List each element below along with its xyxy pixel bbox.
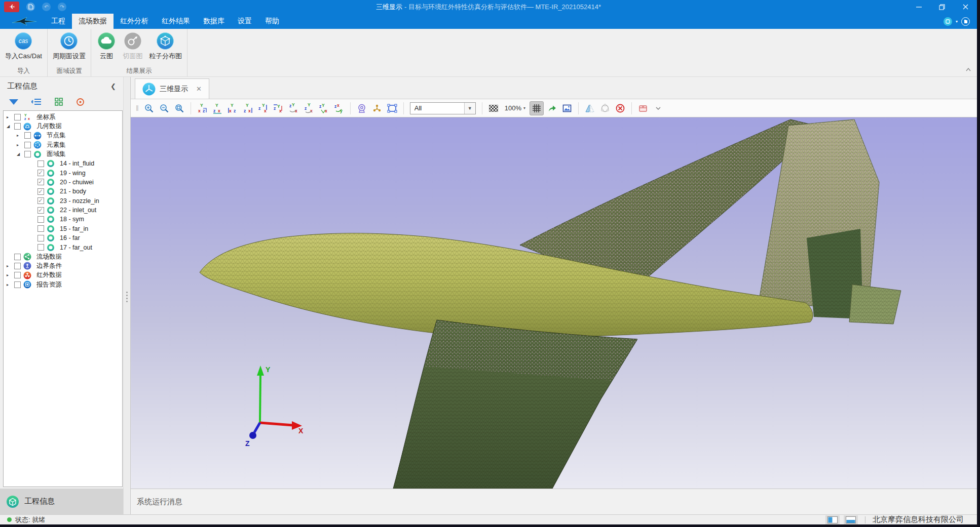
visibility-checkbox[interactable]	[37, 188, 44, 195]
zoom-out-button[interactable]	[157, 101, 171, 115]
tree-item[interactable]: 15 - far_in	[4, 224, 122, 233]
grid-toggle-button[interactable]	[530, 101, 544, 115]
tree-item[interactable]: 19 - wing	[4, 168, 122, 177]
tab-3d-display[interactable]: 三维显示 ✕	[135, 78, 209, 99]
tree-item[interactable]: 23 - nozzle_in	[4, 196, 122, 206]
visibility-checkbox[interactable]	[14, 272, 21, 278]
visibility-checkbox[interactable]	[37, 225, 44, 232]
tree-item[interactable]: ▸边界条件	[4, 261, 122, 270]
visibility-checkbox[interactable]	[37, 207, 44, 214]
view-iso-2-button[interactable]: zxY	[301, 101, 316, 115]
layout-bottom-panel-button[interactable]	[844, 515, 858, 524]
visibility-checkbox[interactable]	[37, 244, 44, 251]
tree-item[interactable]: ▸报告资源	[4, 280, 122, 289]
visibility-checkbox[interactable]	[24, 142, 31, 148]
particle-distribution-button[interactable]: 粒子分布图	[146, 31, 185, 65]
visibility-checkbox[interactable]	[24, 132, 31, 139]
section-dropdown-button[interactable]	[651, 101, 665, 115]
expander-closed-icon[interactable]: ▸	[17, 143, 24, 147]
view-back-button[interactable]: Yzx	[210, 101, 224, 115]
tree-item[interactable]: ◢面域集	[4, 150, 122, 159]
view-iso-3-button[interactable]: zYx	[317, 101, 331, 115]
view-left-button[interactable]: Yxz	[225, 101, 240, 115]
menu-item-infrared-results[interactable]: 红外结果	[155, 14, 197, 29]
view-front-button[interactable]: Yxz	[195, 101, 209, 115]
tree-item[interactable]: 17 - far_out	[4, 242, 122, 252]
close-button[interactable]	[954, 0, 977, 14]
visibility-checkbox[interactable]	[14, 254, 21, 260]
zoom-level-control[interactable]: 100% ▾	[502, 101, 529, 115]
toolbar-drag-handle[interactable]: ‖	[136, 104, 139, 112]
visibility-checkbox[interactable]	[14, 123, 21, 130]
visibility-checkbox[interactable]	[37, 179, 44, 185]
visibility-checkbox[interactable]	[37, 170, 44, 176]
menu-item-help[interactable]: 帮助	[258, 14, 286, 29]
visibility-checkbox[interactable]	[37, 160, 44, 167]
expander-closed-icon[interactable]: ▸	[7, 282, 14, 287]
maximize-button[interactable]	[930, 0, 954, 14]
expander-open-icon[interactable]: ◢	[17, 152, 24, 156]
visibility-checkbox[interactable]	[24, 151, 31, 157]
menu-item-infrared-analysis[interactable]: 红外分析	[114, 14, 155, 29]
layout-left-panel-button[interactable]	[825, 515, 840, 524]
zoom-in-button[interactable]	[142, 101, 156, 115]
mirror-button[interactable]	[583, 101, 597, 115]
filter-button[interactable]	[9, 98, 18, 107]
expander-closed-icon[interactable]: ▸	[7, 115, 14, 119]
menu-item-database[interactable]: 数据库	[197, 14, 231, 29]
tree-item[interactable]: 16 - far	[4, 233, 122, 242]
tree-item[interactable]: 20 - chuiwei	[4, 178, 122, 187]
target-button[interactable]	[76, 98, 85, 108]
theme-button[interactable]	[944, 17, 952, 26]
tree-item[interactable]: 18 - sym	[4, 215, 122, 224]
view-bottom-button[interactable]: zYx	[271, 101, 285, 115]
tree-item[interactable]: ▸元素集	[4, 140, 122, 149]
snapshot-button[interactable]	[560, 101, 574, 115]
tab-close-icon[interactable]: ✕	[196, 85, 202, 93]
cloud-plot-button[interactable]: 云图	[93, 31, 120, 65]
outline-list-button[interactable]	[31, 98, 42, 107]
view-iso-1-button[interactable]: zxY	[286, 101, 300, 115]
camera-button[interactable]	[355, 101, 369, 115]
zoom-fit-button[interactable]	[172, 101, 186, 115]
grid-view-button[interactable]	[55, 98, 63, 108]
menu-item-engineering[interactable]: 工程	[45, 14, 72, 29]
menu-item-flowfield-data[interactable]: 流场数据	[72, 14, 114, 29]
splitter-handle[interactable]	[126, 292, 128, 302]
tree-item[interactable]: 流场数据	[4, 252, 122, 261]
ribbon-collapse-button[interactable]	[965, 64, 972, 73]
save-button[interactable]	[26, 3, 35, 11]
panel-collapse-button[interactable]: ❮	[110, 83, 116, 90]
display-filter-combo[interactable]: All ▼	[410, 102, 476, 114]
tree-item[interactable]: ◢几何数据	[4, 121, 122, 131]
style-button[interactable]	[961, 17, 970, 26]
bottom-panel-tab[interactable]: 工程信息	[0, 489, 123, 514]
combo-dropdown-icon[interactable]: ▼	[464, 103, 475, 114]
tree-item[interactable]: ▸Yzx坐标系	[4, 112, 122, 121]
periodic-face-button[interactable]: 周期面设置	[50, 31, 89, 65]
theme-dropdown-caret-icon[interactable]: ▾	[956, 19, 958, 24]
visibility-checkbox[interactable]	[14, 263, 21, 269]
tree-item[interactable]: 21 - body	[4, 187, 122, 196]
viewport-3d[interactable]: Y X Z	[131, 117, 977, 489]
visibility-checkbox[interactable]	[37, 197, 44, 204]
select-region-button[interactable]	[385, 101, 399, 115]
tree-item[interactable]: ▸节点集	[4, 131, 122, 140]
delete-button[interactable]	[613, 101, 627, 115]
section-box-button[interactable]	[636, 101, 650, 115]
visibility-checkbox[interactable]	[14, 114, 21, 120]
expander-closed-icon[interactable]: ▸	[7, 273, 14, 277]
visibility-checkbox[interactable]	[14, 281, 21, 288]
tree-item[interactable]: 14 - int_fluid	[4, 159, 122, 168]
visibility-checkbox[interactable]	[37, 216, 44, 223]
panel-splitter[interactable]	[123, 77, 131, 514]
undo-button[interactable]: ↶	[42, 3, 51, 11]
tree-item[interactable]: 22 - inlet_out	[4, 206, 122, 215]
redo-button[interactable]: ↷	[58, 3, 66, 11]
tree-item[interactable]: ▸红外数据	[4, 271, 122, 280]
view-right-button[interactable]: Yzx	[241, 101, 255, 115]
view-top-button[interactable]: zYx	[256, 101, 270, 115]
expander-closed-icon[interactable]: ▸	[17, 133, 24, 138]
view-iso-4-button[interactable]: zyx	[332, 101, 346, 115]
expander-open-icon[interactable]: ◢	[7, 124, 14, 129]
